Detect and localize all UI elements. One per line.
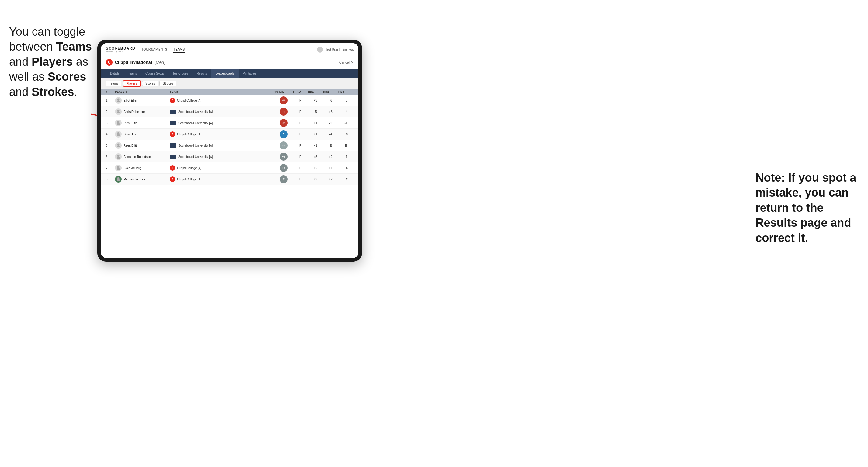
tab-course-setup[interactable]: Course Setup: [141, 69, 168, 79]
total-score: +6: [280, 153, 287, 161]
rd1: -5: [308, 110, 323, 114]
player-name-cell: Rees Britt: [115, 142, 170, 149]
rd3: E: [338, 144, 353, 147]
cancel-button[interactable]: Cancel ✕: [339, 61, 353, 64]
rank: 3: [106, 121, 115, 125]
team-cell: Scoreboard University [A]: [170, 155, 237, 159]
close-icon: ✕: [351, 61, 353, 64]
scoreboard-team-logo: [170, 110, 177, 114]
team-cell: Scoreboard University [A]: [170, 110, 237, 114]
player-avatar: [115, 142, 122, 149]
nav-teams[interactable]: TEAMS: [173, 46, 185, 53]
top-nav-right: Test User | Sign out: [317, 46, 353, 53]
total-score: +1: [280, 142, 287, 149]
players-bold: Players: [32, 55, 73, 68]
player-name: Elliot Ebert: [124, 99, 138, 102]
svg-point-5: [118, 144, 120, 146]
table-header: # PLAYER TEAM TOTAL THRU RD1 RD2 RD3: [101, 89, 359, 95]
toggle-teams-button[interactable]: Teams: [106, 81, 121, 86]
signout-link[interactable]: Sign out: [342, 48, 353, 51]
player-avatar: [115, 97, 122, 104]
clippd-logo: C: [106, 59, 113, 66]
team-name: Clippd College [A]: [177, 166, 202, 170]
team-cell: C Clippd College [A]: [170, 98, 237, 103]
team-cell: Scoreboard University [A]: [170, 143, 237, 148]
toggle-strokes-button[interactable]: Strokes: [159, 81, 177, 86]
svg-point-6: [118, 155, 120, 157]
player-avatar: [115, 131, 122, 137]
col-player: PLAYER: [115, 90, 170, 93]
player-name: Blair McHarg: [124, 166, 141, 170]
tournament-header: C Clippd Invitational (Men) Cancel ✕: [101, 56, 359, 69]
rd1: +5: [308, 155, 323, 158]
user-label: Test User |: [326, 48, 340, 51]
thru: F: [293, 178, 308, 181]
rd1: +1: [308, 144, 323, 147]
tab-teams[interactable]: Teams: [124, 69, 141, 79]
rd2: +5: [323, 110, 338, 114]
tab-tee-groups[interactable]: Tee Groups: [168, 69, 193, 79]
player-avatar: [115, 108, 122, 115]
rd1: +3: [308, 99, 323, 102]
scoreboard-logo: SCOREBOARD Powered by clippd: [106, 46, 135, 53]
col-rd3: RD3: [338, 90, 353, 93]
rd2: +2: [323, 155, 338, 158]
rd3: +2: [338, 178, 353, 181]
rd3: +6: [338, 166, 353, 170]
team-name: Clippd College [A]: [177, 99, 202, 102]
tablet-frame: SCOREBOARD Powered by clippd TOURNAMENTS…: [97, 39, 362, 262]
team-name: Scoreboard University [A]: [178, 121, 213, 125]
tab-leaderboards[interactable]: Leaderboards: [211, 69, 239, 79]
player-name-cell: Blair McHarg: [115, 164, 170, 171]
rd3: -4: [338, 110, 353, 114]
total-score: -2: [280, 119, 287, 127]
col-team: TEAM: [170, 90, 237, 93]
teams-bold: Teams: [56, 40, 92, 53]
tab-results[interactable]: Results: [193, 69, 211, 79]
player-name: Rich Butler: [124, 121, 138, 125]
table-row: 3 Rich Butler Scoreboard University [A] …: [101, 118, 359, 129]
toggle-scores-button[interactable]: Scores: [142, 81, 158, 86]
scores-bold: Scores: [48, 70, 86, 83]
scoreboard-team-logo: [170, 155, 177, 159]
total-score: E: [280, 130, 287, 138]
clippd-team-logo: C: [170, 165, 175, 171]
player-name-cell: Rich Butler: [115, 120, 170, 126]
top-nav: SCOREBOARD Powered by clippd TOURNAMENTS…: [101, 43, 359, 56]
team-name: Scoreboard University [A]: [178, 144, 213, 147]
tab-printables[interactable]: Printables: [239, 69, 260, 79]
team-cell: Scoreboard University [A]: [170, 121, 237, 125]
tournament-name: Clippd Invitational (Men): [115, 60, 165, 65]
rank: 8: [106, 178, 115, 181]
rd1: +2: [308, 178, 323, 181]
player-avatar: [115, 120, 122, 126]
svg-point-1: [118, 99, 120, 101]
thru: F: [293, 166, 308, 170]
player-name: Cameron Robertson: [124, 155, 151, 158]
player-name-cell: Marcus Turners: [115, 176, 170, 183]
toggle-players-button[interactable]: Players: [123, 80, 141, 87]
rd2: -4: [323, 133, 338, 136]
clippd-team-logo: C: [170, 131, 175, 137]
thru: F: [293, 155, 308, 158]
tab-details[interactable]: Details: [106, 69, 124, 79]
rd2: -6: [323, 99, 338, 102]
nav-tournaments[interactable]: TOURNAMENTS: [142, 46, 167, 53]
scoreboard-team-logo: [170, 121, 177, 125]
logo-subtitle: Powered by clippd: [106, 51, 135, 53]
table-row: 8 Marcus Turners C Clippd College [A] +1…: [101, 174, 359, 185]
table-row: 4 David Ford C Clippd College [A] E F +1: [101, 129, 359, 140]
rd2: E: [323, 144, 338, 147]
team-name: Scoreboard University [A]: [178, 110, 213, 114]
col-total: TOTAL: [274, 90, 293, 93]
thru: F: [293, 110, 308, 114]
tablet-screen: SCOREBOARD Powered by clippd TOURNAMENTS…: [101, 43, 359, 258]
player-avatar: [115, 164, 122, 171]
sub-nav: Details Teams Course Setup Tee Groups Re…: [101, 69, 359, 79]
thru: F: [293, 121, 308, 125]
total-score: -8: [280, 96, 287, 104]
rd2: +7: [323, 178, 338, 181]
team-cell: C Clippd College [A]: [170, 131, 237, 137]
col-rank: #: [106, 90, 115, 93]
svg-point-3: [118, 121, 120, 123]
